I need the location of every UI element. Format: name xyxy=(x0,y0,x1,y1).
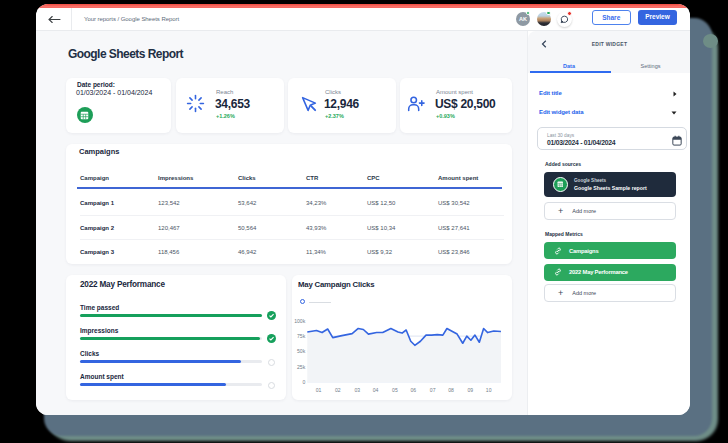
svg-text:05: 05 xyxy=(392,387,398,393)
svg-text:08: 08 xyxy=(448,387,454,393)
svg-text:75k: 75k xyxy=(297,333,306,339)
svg-text:03: 03 xyxy=(354,387,360,393)
svg-text:25k: 25k xyxy=(297,364,306,370)
svg-text:100k: 100k xyxy=(294,318,305,324)
svg-text:09: 09 xyxy=(468,387,474,393)
svg-text:10: 10 xyxy=(486,387,492,393)
svg-text:50k: 50k xyxy=(297,348,306,354)
svg-text:0: 0 xyxy=(302,379,305,385)
svg-text:01: 01 xyxy=(316,387,322,393)
svg-text:07: 07 xyxy=(430,387,436,393)
svg-text:06: 06 xyxy=(410,387,416,393)
svg-text:02: 02 xyxy=(335,387,341,393)
svg-text:04: 04 xyxy=(373,387,379,393)
